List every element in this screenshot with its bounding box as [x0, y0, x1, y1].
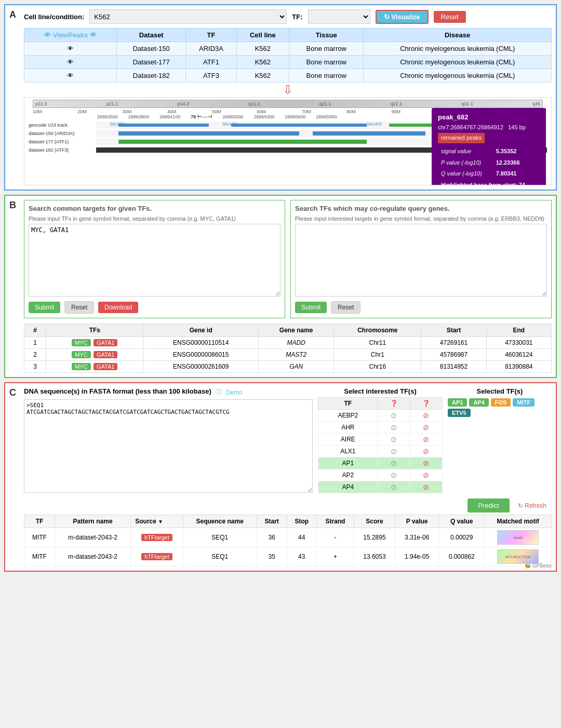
check-icon[interactable]: ⊙: [391, 435, 397, 443]
check-icon[interactable]: ⊙: [391, 411, 397, 420]
ban-icon[interactable]: ⊘: [423, 471, 429, 479]
ban-icon[interactable]: ⊘: [423, 459, 429, 467]
cell-line-row: Cell line/condition: K562 TF: ↻ Visualiz…: [24, 9, 552, 24]
ban-icon[interactable]: ⊘: [423, 435, 429, 443]
list-item: 3 MYC GATA1 ENSG00000261609 GAN Chr16 81…: [24, 361, 552, 373]
ban-cell[interactable]: ⊘: [410, 434, 442, 446]
check-cell[interactable]: ⊙: [378, 457, 410, 469]
res-col-start[interactable]: Start: [257, 515, 287, 528]
ban-cell[interactable]: ⊘: [410, 422, 442, 434]
tf-name-cell: AP4: [318, 481, 378, 493]
col-genename: Gene name: [258, 324, 333, 337]
res-col-qvalue[interactable]: Q value: [439, 515, 485, 528]
list-item: MITF m-dataset-2043-2 hTFtarget SEQ1 36 …: [24, 528, 552, 547]
check-cell[interactable]: ⊙: [378, 469, 410, 481]
reset-button-left[interactable]: Reset: [64, 301, 94, 314]
ban-icon[interactable]: ⊘: [423, 447, 429, 455]
tf-name-cell: ALX1: [318, 446, 378, 457]
ban-cell[interactable]: ⊘: [410, 410, 442, 422]
section-c-label: C: [9, 387, 16, 398]
section-b: B Search common targets for given TFs. P…: [4, 195, 557, 378]
dataset-table: 👁 ViewPeaks 👁 Dataset TF Cell line Tissu…: [24, 28, 552, 83]
check-icon[interactable]: ⊙: [391, 471, 397, 479]
start-cell: 81314952: [421, 361, 486, 373]
two-panel-b: Search common targets for given TFs. Ple…: [24, 200, 552, 318]
col-tfs: TFs: [46, 324, 143, 337]
check-icon[interactable]: ⊙: [391, 447, 397, 455]
list-item: AP2 ⊙ ⊘: [318, 469, 443, 481]
signal-value: 5.35352: [494, 146, 527, 157]
right-panel-title: Search TFs which may co-regulate query g…: [295, 205, 547, 212]
ban-icon[interactable]: ⊘: [423, 483, 429, 491]
cell-line-select[interactable]: K562: [89, 9, 287, 24]
reset-button-a[interactable]: Reset: [434, 11, 466, 23]
predict-button[interactable]: Predict: [468, 498, 509, 513]
eye-icon: 👁: [67, 45, 74, 52]
refresh-button[interactable]: ↻ Refresh: [518, 502, 546, 509]
tf-select-panel: Select interested TF(s) TF ❓ ❓: [318, 387, 443, 494]
res-col-pvalue[interactable]: P value: [395, 515, 439, 528]
res-col-score[interactable]: Score: [354, 515, 395, 528]
dataset177-label: dataset-177 (ATF1): [29, 139, 96, 144]
section-c-top: DNA sequence(s) in FASTA format (less th…: [24, 387, 552, 494]
signal-label: signal value: [439, 146, 493, 157]
dataset-cell: Dataset-182: [117, 69, 186, 83]
qvalue-cell: 0.00029: [439, 528, 485, 547]
check-cell[interactable]: ⊙: [378, 422, 410, 434]
genename-cell: MAST2: [258, 349, 333, 361]
motif-image-2: ATCAGCTGA: [497, 549, 539, 564]
ban-cell[interactable]: ⊘: [410, 457, 442, 469]
demo-link[interactable]: Demo: [226, 389, 243, 396]
download-button-left[interactable]: Download: [98, 302, 138, 313]
tf-badges-cell: MYC GATA1: [46, 361, 143, 373]
ban-cell[interactable]: ⊘: [410, 481, 442, 493]
list-item: ALX1 ⊙ ⊘: [318, 446, 443, 457]
reset-button-right[interactable]: Reset: [331, 301, 360, 314]
ban-cell[interactable]: ⊘: [410, 446, 442, 457]
submit-button-left[interactable]: Submit: [29, 302, 60, 313]
left-textarea[interactable]: [29, 224, 280, 296]
geneid-cell: ENSG00000261609: [143, 361, 258, 373]
tf-cell: ATF3: [186, 69, 236, 83]
res-col-tf[interactable]: TF: [24, 515, 55, 528]
down-arrow: ⇩: [24, 84, 552, 96]
geneid-cell: ENSG00000086015: [143, 349, 258, 361]
check-icon[interactable]: ⊙: [391, 423, 397, 432]
list-item: AEBP2 ⊙ ⊘: [318, 410, 443, 422]
panel-right-b: Search TFs which may co-regulate query g…: [290, 200, 552, 318]
list-item: 1 MYC GATA1 ENSG00000110514 MADD Chr11 4…: [24, 337, 552, 349]
res-col-strand[interactable]: Strand: [316, 515, 354, 528]
col-tissue: Tissue: [289, 29, 364, 42]
check-cell[interactable]: ⊙: [378, 410, 410, 422]
tf-cell: ARID3A: [186, 42, 236, 56]
check-cell[interactable]: ⊙: [378, 446, 410, 457]
visualize-button[interactable]: ↻ Visualize: [376, 10, 429, 24]
fasta-textarea[interactable]: [24, 399, 313, 493]
check-icon[interactable]: ⊙: [391, 483, 397, 491]
check-cell[interactable]: ⊙: [378, 481, 410, 493]
check-cell[interactable]: ⊙: [378, 434, 410, 446]
start-cell: 35: [257, 547, 287, 567]
skap2-bar-1: [118, 124, 209, 127]
panel-left-b: Search common targets for given TFs. Ple…: [24, 200, 285, 318]
myc-badge: MYC: [72, 351, 90, 358]
res-col-seqname[interactable]: Sequence name: [183, 515, 257, 528]
submit-button-right[interactable]: Submit: [295, 302, 327, 313]
col-disease: Disease: [364, 29, 552, 42]
eye-cell: 👁: [24, 56, 117, 69]
res-col-stop[interactable]: Stop: [287, 515, 316, 528]
res-col-source[interactable]: Source ▼: [131, 515, 183, 528]
start-cell: 36: [257, 528, 287, 547]
right-textarea[interactable]: [295, 224, 547, 296]
ban-icon[interactable]: ⊘: [423, 411, 429, 420]
tf-select-a[interactable]: [308, 9, 370, 24]
start-cell: 45786987: [421, 349, 486, 361]
check-icon[interactable]: ⊙: [391, 459, 397, 467]
ban-cell[interactable]: ⊘: [410, 469, 442, 481]
res-col-motif[interactable]: Matched motif: [485, 515, 552, 528]
ban-icon[interactable]: ⊘: [423, 423, 429, 432]
res-col-pattern[interactable]: Pattern name: [55, 515, 130, 528]
source-badge: hTFtarget: [141, 553, 172, 560]
skap2-bar-2: [231, 124, 366, 127]
stop-cell: 44: [287, 528, 316, 547]
